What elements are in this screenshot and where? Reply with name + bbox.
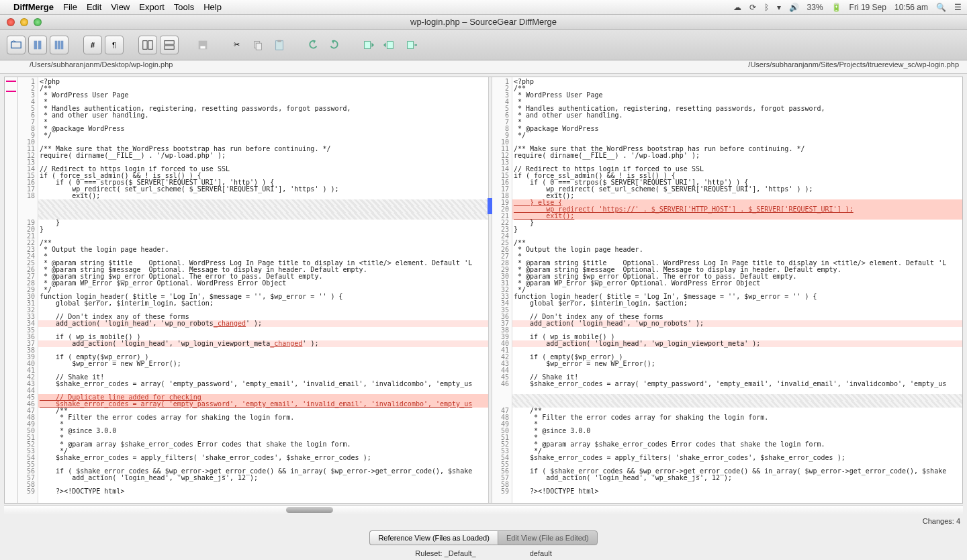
tb-next-diff[interactable] bbox=[380, 36, 399, 54]
scrollbar-thumb[interactable] bbox=[286, 507, 333, 513]
svg-rect-2 bbox=[38, 40, 42, 49]
tb-cut[interactable]: ✂ bbox=[227, 36, 246, 54]
tb-pilcrow-toggle[interactable]: ¶ bbox=[105, 36, 124, 54]
tb-prev-diff[interactable] bbox=[359, 36, 377, 54]
sync-icon[interactable]: ⟳ bbox=[749, 3, 756, 12]
menu-export[interactable]: Export bbox=[139, 2, 165, 12]
svg-rect-7 bbox=[148, 40, 152, 49]
svg-rect-8 bbox=[165, 40, 174, 44]
tb-linenum-toggle[interactable]: # bbox=[83, 36, 102, 54]
battery-icon[interactable]: 🔋 bbox=[831, 3, 841, 12]
encoding-label: default bbox=[530, 549, 552, 557]
tb-save[interactable] bbox=[193, 36, 212, 54]
svg-rect-5 bbox=[61, 40, 64, 49]
right-file-path: /Users/subharanjanm/Sites/Projects/itrue… bbox=[494, 60, 967, 73]
tb-paste[interactable] bbox=[270, 36, 289, 54]
tb-copy[interactable] bbox=[248, 36, 267, 54]
tb-new-folder-diff[interactable] bbox=[7, 36, 26, 54]
svg-rect-17 bbox=[387, 41, 393, 48]
svg-rect-11 bbox=[200, 46, 205, 48]
svg-rect-3 bbox=[55, 40, 58, 49]
volume-icon[interactable]: 🔊 bbox=[789, 3, 799, 12]
left-code[interactable]: <?php/** * WordPress User Page * * Handl… bbox=[38, 77, 488, 503]
svg-rect-6 bbox=[143, 40, 147, 49]
changes-count: Changes: 4 bbox=[923, 517, 960, 525]
view-toggle: Reference View (Files as Loaded) Edit Vi… bbox=[0, 530, 967, 545]
edit-view-tab[interactable]: Edit View (File as Edited) bbox=[498, 530, 598, 545]
wifi-icon[interactable]: ▾ bbox=[777, 3, 781, 12]
battery-percent[interactable]: 33% bbox=[807, 3, 823, 12]
app-name[interactable]: DiffMerge bbox=[13, 2, 54, 12]
tb-new-file-diff[interactable] bbox=[28, 36, 47, 54]
time[interactable]: 10:56 am bbox=[894, 3, 928, 12]
svg-rect-14 bbox=[276, 40, 283, 49]
svg-rect-4 bbox=[58, 40, 60, 49]
right-pane[interactable]: 1234567891011121314151617181920212223242… bbox=[492, 77, 962, 503]
menu-edit[interactable]: Edit bbox=[87, 2, 101, 12]
window-title: wp-login.php – SourceGear DiffMerge bbox=[0, 17, 967, 27]
svg-rect-1 bbox=[34, 40, 38, 49]
svg-rect-0 bbox=[11, 42, 21, 48]
menu-extras-icon[interactable]: ☰ bbox=[954, 3, 962, 12]
footer: Ruleset: _Default_ default bbox=[0, 549, 967, 557]
ruleset-label: Ruleset: _Default_ bbox=[415, 549, 476, 557]
tb-split-vertical[interactable] bbox=[138, 36, 157, 54]
svg-rect-13 bbox=[256, 43, 261, 50]
tb-apply-diff[interactable] bbox=[402, 36, 420, 54]
window-titlebar: wp-login.php – SourceGear DiffMerge bbox=[0, 15, 967, 30]
svg-rect-18 bbox=[408, 41, 414, 48]
bluetooth-icon[interactable]: ᛒ bbox=[764, 3, 769, 12]
overview-ruler[interactable] bbox=[5, 77, 18, 503]
spotlight-icon[interactable]: 🔍 bbox=[936, 3, 946, 12]
tb-split-horizontal[interactable] bbox=[160, 36, 179, 54]
right-code[interactable]: <?php/** * WordPress User Page * * Handl… bbox=[512, 77, 962, 503]
left-pane[interactable]: 1234567891011121314151617181920212223242… bbox=[18, 77, 488, 503]
weather-icon[interactable]: ☁ bbox=[733, 3, 741, 12]
menu-tools[interactable]: Tools bbox=[174, 2, 194, 12]
date[interactable]: Fri 19 Sep bbox=[849, 3, 886, 12]
reference-view-tab[interactable]: Reference View (Files as Loaded) bbox=[369, 530, 498, 545]
svg-rect-9 bbox=[165, 45, 174, 48]
left-file-path: /Users/subharanjanm/Desktop/wp-login.php bbox=[0, 60, 494, 73]
menu-view[interactable]: View bbox=[111, 2, 130, 12]
tb-redo[interactable] bbox=[325, 36, 344, 54]
tb-undo[interactable] bbox=[304, 36, 322, 54]
horizontal-scrollbar[interactable] bbox=[4, 505, 963, 514]
menu-help[interactable]: Help bbox=[203, 2, 222, 12]
tb-new-merge[interactable] bbox=[50, 36, 68, 54]
pathbar: /Users/subharanjanm/Desktop/wp-login.php… bbox=[0, 60, 967, 74]
diff-container: 1234567891011121314151617181920212223242… bbox=[4, 77, 963, 504]
statusbar: Changes: 4 bbox=[0, 514, 967, 528]
svg-rect-16 bbox=[365, 41, 371, 48]
menu-file[interactable]: File bbox=[63, 2, 77, 12]
svg-rect-15 bbox=[277, 40, 281, 42]
mac-menubar: DiffMerge File Edit View Export Tools He… bbox=[0, 0, 967, 15]
toolbar: # ¶ ✂ bbox=[0, 30, 967, 60]
